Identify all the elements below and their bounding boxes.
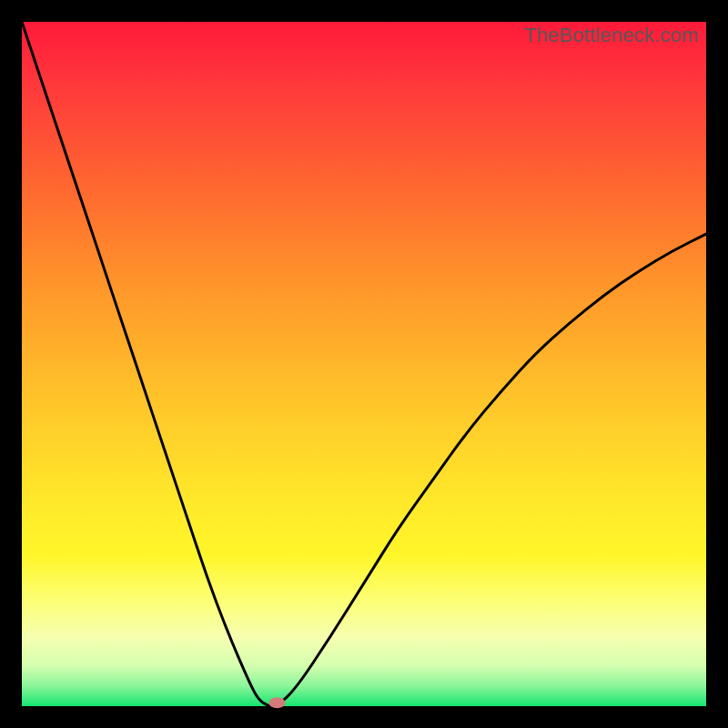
chart-frame: TheBottleneck.com bbox=[0, 0, 728, 728]
plot-area: TheBottleneck.com bbox=[22, 22, 706, 706]
curve-layer bbox=[22, 22, 706, 706]
bottleneck-curve bbox=[22, 22, 706, 706]
optimum-marker bbox=[269, 697, 286, 708]
